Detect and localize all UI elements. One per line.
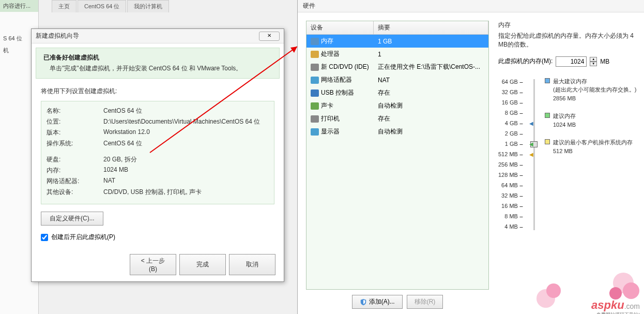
back-button[interactable]: < 上一步(B) xyxy=(130,254,176,275)
device-summary: 存在 xyxy=(374,87,488,98)
device-summary: 自动检测 xyxy=(374,126,488,137)
memory-tick: 64 MB ‒ xyxy=(501,181,523,191)
memory-tick: 512 MB ‒ xyxy=(498,149,523,160)
value-location: D:\Users\test\Documents\Virtual Machines… xyxy=(103,117,269,126)
device-row[interactable]: 打印机存在 xyxy=(306,112,488,125)
device-name: 处理器 xyxy=(321,50,340,57)
close-icon[interactable]: ✕ xyxy=(259,32,280,41)
memory-tick: 16 MB ‒ xyxy=(501,201,523,212)
printer-icon xyxy=(311,115,319,123)
vm-summary-box: 名称:CentOS 64 位 位置:D:\Users\test\Document… xyxy=(41,101,274,204)
legend-rec-value: 1024 MB xyxy=(553,121,576,129)
legend-swatch-max xyxy=(545,78,550,83)
device-summary: NAT xyxy=(374,76,488,85)
memory-tick: 128 MB ‒ xyxy=(498,170,523,181)
memory-tick: 8 GB ‒ xyxy=(505,108,523,118)
legend-min-title: 建议的最小客户机操作系统内存 xyxy=(553,138,633,147)
legend-rec-title: 建议内存 xyxy=(553,112,576,121)
tab-home[interactable]: 主页 xyxy=(52,0,76,12)
memory-section-title: 内存 xyxy=(498,21,640,29)
tab-computer[interactable]: 我的计算机 xyxy=(127,0,169,12)
device-summary: 自动检测 xyxy=(374,100,488,111)
column-device: 设备 xyxy=(306,21,374,34)
device-name: 内存 xyxy=(321,37,333,44)
memory-slider[interactable]: ◀ ◀ ◀ xyxy=(530,77,538,232)
device-summary: 正在使用文件 E:\迅雷下载\CentOS-... xyxy=(374,62,488,72)
wizard-titlebar: 新建虚拟机向导 ✕ xyxy=(32,29,284,43)
value-name: CentOS 64 位 xyxy=(103,107,269,115)
device-summary: 存在 xyxy=(374,113,488,124)
value-other: CD/DVD, USB 控制器, 打印机, 声卡 xyxy=(103,188,269,197)
remove-device-button[interactable]: 移除(R) xyxy=(407,295,443,309)
finish-button[interactable]: 完成 xyxy=(179,254,226,275)
memory-description: 指定分配给此虚拟机的内存量。内存大小必须为 4 MB的倍数。 xyxy=(498,32,640,49)
memory-input[interactable] xyxy=(556,56,587,67)
device-row[interactable]: 内存1 GB xyxy=(306,35,488,48)
memory-tick: 4 GB ‒ xyxy=(505,118,523,129)
memory-tick-labels: 64 GB ‒32 GB ‒16 GB ‒8 GB ‒4 GB ‒2 GB ‒1… xyxy=(498,77,523,232)
device-row[interactable]: 网络适配器NAT xyxy=(306,73,488,86)
device-row[interactable]: 处理器1 xyxy=(306,48,488,61)
value-disk: 20 GB, 拆分 xyxy=(103,155,269,164)
memory-tick: 4 MB ‒ xyxy=(504,222,523,232)
memory-tick: 1 GB ‒ xyxy=(505,139,523,149)
svg-marker-1 xyxy=(290,47,297,53)
memory-tick: 32 MB ‒ xyxy=(501,191,523,201)
display-icon xyxy=(311,128,319,136)
memory-tick: 2 GB ‒ xyxy=(505,129,523,139)
hardware-dialog: 硬件 设备 摘要 内存1 GB处理器1新 CD/DVD (IDE)正在使用文件 … xyxy=(297,0,644,314)
power-on-checkbox[interactable] xyxy=(41,234,48,241)
device-name: 网络适配器 xyxy=(321,76,352,83)
wizard-title: 新建虚拟机向导 xyxy=(36,32,79,40)
device-summary: 1 GB xyxy=(374,37,488,46)
label-location: 位置: xyxy=(47,117,103,126)
label-other: 其他设备: xyxy=(47,188,103,197)
customize-hardware-button[interactable]: 自定义硬件(C)... xyxy=(41,212,103,226)
label-disk: 硬盘: xyxy=(47,155,103,164)
device-row[interactable]: USB 控制器存在 xyxy=(306,86,488,99)
sound-icon xyxy=(311,102,319,110)
legend-swatch-rec xyxy=(545,113,550,118)
legend-min-value: 512 MB xyxy=(553,147,633,156)
wizard-header: 已准备好创建虚拟机 单击"完成"创建虚拟机，并开始安装 CentOS 64 位 … xyxy=(36,48,280,79)
memory-tick: 8 MB ‒ xyxy=(504,212,523,222)
cancel-button[interactable]: 取消 xyxy=(229,254,275,275)
memory-icon xyxy=(311,38,319,45)
background-tabs: 主页 CentOS 64 位 我的计算机 xyxy=(52,0,169,12)
cd-icon xyxy=(311,64,319,71)
power-on-label: 创建后开启此虚拟机(P) xyxy=(51,233,115,242)
memory-tick: 256 MB ‒ xyxy=(498,160,523,170)
device-row[interactable]: 新 CD/DVD (IDE)正在使用文件 E:\迅雷下载\CentOS-... xyxy=(306,61,488,73)
wizard-intro-text: 将使用下列设置创建虚拟机: xyxy=(41,87,274,96)
label-network: 网络适配器: xyxy=(47,177,103,186)
hardware-title: 硬件 xyxy=(298,0,644,12)
device-row[interactable]: 声卡自动检测 xyxy=(306,99,488,112)
memory-unit: MB xyxy=(600,58,609,65)
label-memory: 内存: xyxy=(47,166,103,175)
legend-swatch-min xyxy=(545,139,550,144)
tab-centos[interactable]: CentOS 64 位 xyxy=(78,0,126,12)
memory-spinner[interactable]: ▲▼ xyxy=(590,57,597,66)
add-device-button[interactable]: 添加(A)... xyxy=(352,295,403,309)
device-row[interactable]: 显示器自动检测 xyxy=(306,125,488,138)
sidebar-item[interactable]: 内容进行... xyxy=(0,0,38,12)
memory-tick: 64 GB ‒ xyxy=(502,77,523,87)
label-version: 版本: xyxy=(47,128,103,137)
value-os: CentOS 64 位 xyxy=(103,139,269,148)
device-name: USB 控制器 xyxy=(321,89,354,96)
device-name: 打印机 xyxy=(321,115,340,122)
label-name: 名称: xyxy=(47,107,103,115)
device-name: 新 CD/DVD (IDE) xyxy=(321,63,369,70)
memory-tick: 16 GB ‒ xyxy=(502,98,523,108)
column-summary: 摘要 xyxy=(374,21,488,34)
shield-icon xyxy=(360,298,367,306)
device-name: 显示器 xyxy=(321,128,340,135)
memory-field-label: 此虚拟机的内存(M): xyxy=(498,57,553,66)
wizard-header-title: 已准备好创建虚拟机 xyxy=(43,53,272,62)
usb-icon xyxy=(311,89,319,97)
value-memory: 1024 MB xyxy=(103,166,269,175)
label-os: 操作系统: xyxy=(47,139,103,148)
wizard-header-subtitle: 单击"完成"创建虚拟机，并开始安装 CentOS 64 位 和 VMware T… xyxy=(43,64,272,73)
device-summary: 1 xyxy=(374,50,488,59)
legend-max-desc: (超出此大小可能发生内存交换。) xyxy=(553,85,636,94)
